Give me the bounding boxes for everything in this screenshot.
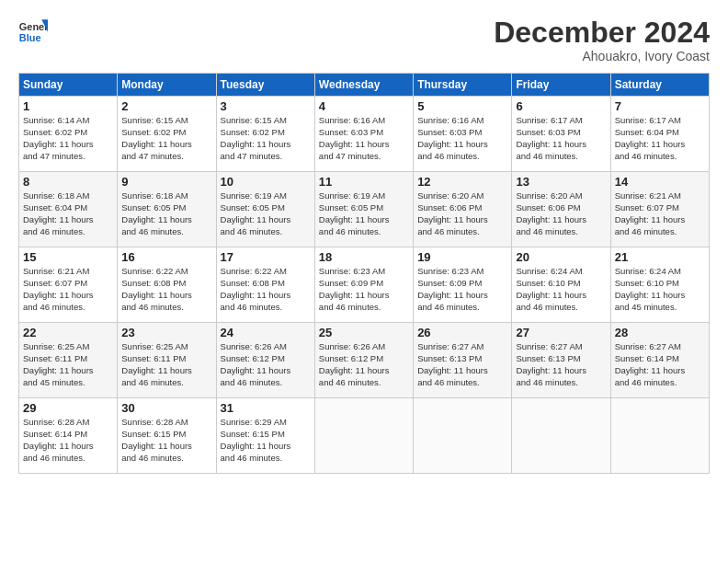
calendar-cell: 31Sunrise: 6:29 AMSunset: 6:15 PMDayligh…	[216, 398, 314, 474]
day-info: Sunrise: 6:18 AMSunset: 6:04 PMDaylight:…	[23, 190, 113, 237]
day-number: 27	[516, 326, 606, 339]
day-info: Sunrise: 6:26 AMSunset: 6:12 PMDaylight:…	[319, 341, 409, 388]
day-number: 9	[121, 175, 211, 189]
calendar-cell: 3Sunrise: 6:15 AMSunset: 6:02 PMDaylight…	[216, 97, 314, 172]
calendar-cell: 19Sunrise: 6:23 AMSunset: 6:09 PMDayligh…	[414, 247, 512, 323]
day-number: 10	[221, 175, 311, 189]
day-info: Sunrise: 6:26 AMSunset: 6:12 PMDaylight:…	[221, 341, 311, 388]
calendar-cell: 12Sunrise: 6:20 AMSunset: 6:06 PMDayligh…	[414, 172, 512, 247]
day-info: Sunrise: 6:28 AMSunset: 6:14 PMDaylight:…	[23, 417, 113, 464]
day-number: 17	[221, 250, 311, 264]
day-number: 2	[121, 99, 211, 113]
calendar-cell: 26Sunrise: 6:27 AMSunset: 6:13 PMDayligh…	[414, 323, 512, 398]
day-info: Sunrise: 6:14 AMSunset: 6:02 PMDaylight:…	[23, 115, 113, 162]
header-sunday: Sunday	[19, 74, 118, 97]
calendar-cell: 24Sunrise: 6:26 AMSunset: 6:12 PMDayligh…	[216, 323, 314, 398]
subtitle: Ahouakro, Ivory Coast	[494, 49, 710, 63]
day-info: Sunrise: 6:24 AMSunset: 6:10 PMDaylight:…	[615, 266, 705, 313]
header-friday: Friday	[512, 74, 610, 97]
day-number: 5	[417, 99, 507, 113]
calendar-cell: 15Sunrise: 6:21 AMSunset: 6:07 PMDayligh…	[19, 247, 118, 323]
calendar-cell: 6Sunrise: 6:17 AMSunset: 6:03 PMDaylight…	[512, 97, 610, 172]
day-info: Sunrise: 6:21 AMSunset: 6:07 PMDaylight:…	[615, 190, 705, 237]
calendar-week-2: 8Sunrise: 6:18 AMSunset: 6:04 PMDaylight…	[19, 172, 710, 247]
day-info: Sunrise: 6:21 AMSunset: 6:07 PMDaylight:…	[23, 266, 113, 313]
calendar-cell	[610, 398, 709, 474]
day-info: Sunrise: 6:15 AMSunset: 6:02 PMDaylight:…	[121, 115, 211, 162]
day-number: 6	[516, 99, 606, 113]
day-number: 12	[417, 175, 507, 189]
day-info: Sunrise: 6:28 AMSunset: 6:15 PMDaylight:…	[121, 417, 211, 464]
day-info: Sunrise: 6:23 AMSunset: 6:09 PMDaylight:…	[417, 266, 507, 313]
day-number: 4	[319, 99, 409, 113]
day-number: 30	[121, 401, 211, 415]
calendar-cell: 28Sunrise: 6:27 AMSunset: 6:14 PMDayligh…	[610, 323, 709, 398]
day-number: 28	[615, 326, 705, 339]
day-info: Sunrise: 6:27 AMSunset: 6:13 PMDaylight:…	[516, 341, 606, 388]
day-number: 3	[221, 99, 311, 113]
day-info: Sunrise: 6:29 AMSunset: 6:15 PMDaylight:…	[221, 417, 311, 464]
header-monday: Monday	[118, 74, 216, 97]
day-info: Sunrise: 6:18 AMSunset: 6:05 PMDaylight:…	[121, 190, 211, 237]
calendar-cell: 22Sunrise: 6:25 AMSunset: 6:11 PMDayligh…	[19, 323, 118, 398]
header-tuesday: Tuesday	[216, 74, 314, 97]
day-info: Sunrise: 6:16 AMSunset: 6:03 PMDaylight:…	[319, 115, 409, 162]
calendar-cell: 13Sunrise: 6:20 AMSunset: 6:06 PMDayligh…	[512, 172, 610, 247]
calendar-header-row: SundayMondayTuesdayWednesdayThursdayFrid…	[19, 74, 710, 97]
page: General Blue December 2024 Ahouakro, Ivo…	[0, 0, 728, 563]
calendar-cell: 17Sunrise: 6:22 AMSunset: 6:08 PMDayligh…	[216, 247, 314, 323]
calendar-cell	[414, 398, 512, 474]
day-info: Sunrise: 6:22 AMSunset: 6:08 PMDaylight:…	[121, 266, 211, 313]
day-number: 31	[221, 401, 311, 415]
day-number: 18	[319, 250, 409, 264]
day-info: Sunrise: 6:16 AMSunset: 6:03 PMDaylight:…	[417, 115, 507, 162]
day-info: Sunrise: 6:27 AMSunset: 6:14 PMDaylight:…	[615, 341, 705, 388]
calendar-cell: 10Sunrise: 6:19 AMSunset: 6:05 PMDayligh…	[216, 172, 314, 247]
header-wednesday: Wednesday	[314, 74, 413, 97]
day-number: 20	[516, 250, 606, 264]
calendar-cell: 14Sunrise: 6:21 AMSunset: 6:07 PMDayligh…	[610, 172, 709, 247]
day-number: 15	[23, 250, 113, 264]
main-title: December 2024	[494, 17, 710, 49]
logo: General Blue	[18, 17, 48, 46]
day-number: 7	[615, 99, 705, 113]
day-info: Sunrise: 6:20 AMSunset: 6:06 PMDaylight:…	[417, 190, 507, 237]
day-number: 26	[417, 326, 507, 339]
day-number: 16	[121, 250, 211, 264]
calendar-cell: 16Sunrise: 6:22 AMSunset: 6:08 PMDayligh…	[118, 247, 216, 323]
day-number: 13	[516, 175, 606, 189]
calendar-cell: 2Sunrise: 6:15 AMSunset: 6:02 PMDaylight…	[118, 97, 216, 172]
day-info: Sunrise: 6:25 AMSunset: 6:11 PMDaylight:…	[121, 341, 211, 388]
day-number: 29	[23, 401, 113, 415]
calendar-cell: 30Sunrise: 6:28 AMSunset: 6:15 PMDayligh…	[118, 398, 216, 474]
calendar-cell: 9Sunrise: 6:18 AMSunset: 6:05 PMDaylight…	[118, 172, 216, 247]
day-info: Sunrise: 6:19 AMSunset: 6:05 PMDaylight:…	[221, 190, 311, 237]
day-number: 23	[121, 326, 211, 339]
calendar-cell: 20Sunrise: 6:24 AMSunset: 6:10 PMDayligh…	[512, 247, 610, 323]
day-number: 1	[23, 99, 113, 113]
calendar-cell: 23Sunrise: 6:25 AMSunset: 6:11 PMDayligh…	[118, 323, 216, 398]
calendar-cell: 18Sunrise: 6:23 AMSunset: 6:09 PMDayligh…	[314, 247, 413, 323]
day-number: 14	[615, 175, 705, 189]
calendar-cell	[512, 398, 610, 474]
calendar: SundayMondayTuesdayWednesdayThursdayFrid…	[18, 73, 710, 474]
day-info: Sunrise: 6:27 AMSunset: 6:13 PMDaylight:…	[417, 341, 507, 388]
calendar-cell: 29Sunrise: 6:28 AMSunset: 6:14 PMDayligh…	[19, 398, 118, 474]
header-thursday: Thursday	[414, 74, 512, 97]
calendar-week-3: 15Sunrise: 6:21 AMSunset: 6:07 PMDayligh…	[19, 247, 710, 323]
day-number: 19	[417, 250, 507, 264]
calendar-cell: 4Sunrise: 6:16 AMSunset: 6:03 PMDaylight…	[314, 97, 413, 172]
day-info: Sunrise: 6:24 AMSunset: 6:10 PMDaylight:…	[516, 266, 606, 313]
day-info: Sunrise: 6:20 AMSunset: 6:06 PMDaylight:…	[516, 190, 606, 237]
calendar-week-4: 22Sunrise: 6:25 AMSunset: 6:11 PMDayligh…	[19, 323, 710, 398]
calendar-cell: 8Sunrise: 6:18 AMSunset: 6:04 PMDaylight…	[19, 172, 118, 247]
calendar-cell: 27Sunrise: 6:27 AMSunset: 6:13 PMDayligh…	[512, 323, 610, 398]
day-info: Sunrise: 6:17 AMSunset: 6:04 PMDaylight:…	[615, 115, 705, 162]
day-number: 22	[23, 326, 113, 339]
day-info: Sunrise: 6:19 AMSunset: 6:05 PMDaylight:…	[319, 190, 409, 237]
calendar-week-1: 1Sunrise: 6:14 AMSunset: 6:02 PMDaylight…	[19, 97, 710, 172]
calendar-cell: 7Sunrise: 6:17 AMSunset: 6:04 PMDaylight…	[610, 97, 709, 172]
calendar-cell: 5Sunrise: 6:16 AMSunset: 6:03 PMDaylight…	[414, 97, 512, 172]
calendar-cell	[314, 398, 413, 474]
calendar-cell: 21Sunrise: 6:24 AMSunset: 6:10 PMDayligh…	[610, 247, 709, 323]
